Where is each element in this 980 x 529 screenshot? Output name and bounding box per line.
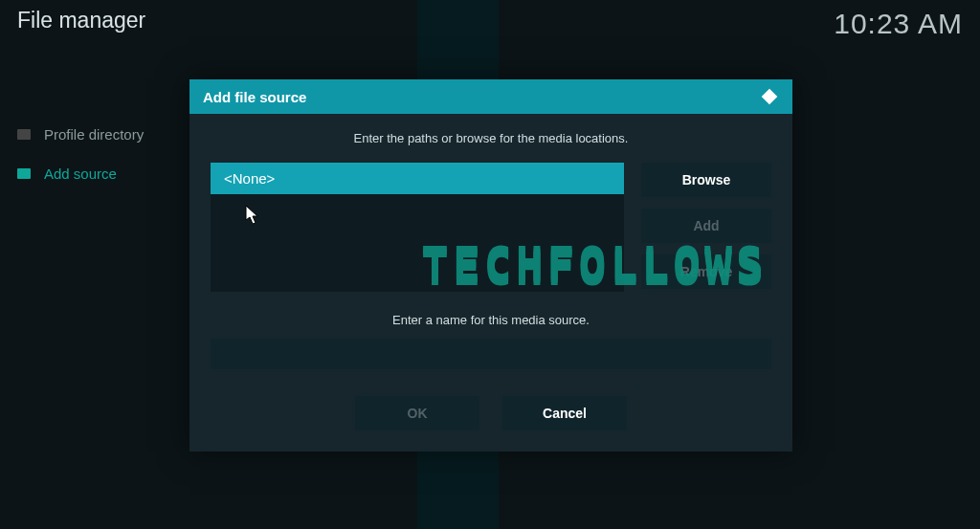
browse-button[interactable]: Browse (641, 163, 771, 197)
sidebar-item-add-source[interactable]: Add source (0, 154, 191, 193)
dialog-title: Add file source (203, 89, 306, 105)
page-title: File manager (17, 8, 145, 33)
paths-list: <None> (211, 163, 624, 292)
folder-icon (17, 168, 31, 179)
top-bar: File manager 10:23 AM (0, 0, 980, 46)
add-file-source-dialog: Add file source Enter the paths or brows… (189, 79, 792, 452)
side-buttons: Browse Add Remove (641, 163, 771, 292)
dialog-body: Enter the paths or browse for the media … (189, 114, 792, 452)
clock: 10:23 AM (834, 8, 963, 40)
sidebar-item-profile-directory[interactable]: Profile directory (0, 115, 191, 154)
add-button[interactable]: Add (641, 209, 771, 243)
path-input-row[interactable]: <None> (211, 163, 624, 194)
kodi-logo-icon (760, 87, 779, 106)
paths-instruction: Enter the paths or browse for the media … (211, 131, 771, 145)
folder-icon (17, 129, 31, 140)
sidebar-item-label: Add source (44, 165, 117, 182)
path-value: <None> (224, 170, 275, 187)
sidebar-item-label: Profile directory (44, 126, 144, 143)
name-instruction: Enter a name for this media source. (211, 313, 771, 327)
remove-button[interactable]: Remove (641, 254, 771, 289)
ok-button[interactable]: OK (355, 396, 479, 430)
dialog-header: Add file source (189, 79, 792, 114)
source-name-input[interactable] (211, 339, 771, 369)
dialog-actions: OK Cancel (211, 396, 771, 430)
sidebar: Profile directory Add source (0, 115, 191, 193)
cursor-icon (245, 205, 260, 226)
paths-area: <None> Browse Add Remove (211, 163, 771, 292)
cancel-button[interactable]: Cancel (502, 396, 627, 430)
